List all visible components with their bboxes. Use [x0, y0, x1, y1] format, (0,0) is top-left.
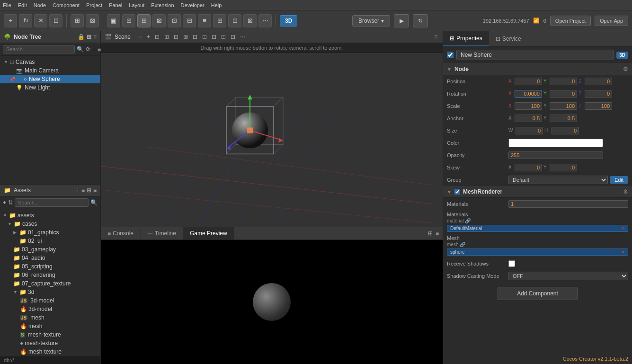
menu-icon[interactable]: ≡ — [93, 34, 97, 40]
skew-y-input[interactable] — [550, 164, 577, 171]
assets-menu-icon[interactable]: ≡ — [93, 187, 97, 194]
asset-07-capture[interactable]: 📁 07_capture_texture — [0, 279, 100, 288]
view-btn-1[interactable]: ⊟ — [172, 33, 180, 41]
browser-button[interactable]: Browser ▾ — [352, 15, 390, 27]
grid-btn[interactable]: ⊞ — [163, 33, 170, 41]
zoom-out-btn[interactable]: − — [137, 33, 143, 41]
menu-edit[interactable]: Edit — [18, 2, 27, 8]
node-section-gear[interactable]: ⚙ — [623, 66, 628, 72]
asset-02-ui[interactable]: 📁 02_ui — [0, 237, 100, 245]
group-select[interactable]: Default — [508, 176, 608, 184]
tab-properties[interactable]: ⊞ Properties — [443, 31, 489, 46]
tool-btn-4[interactable]: ⊟ — [122, 14, 135, 27]
zoom-fit-btn[interactable]: ⊡ — [153, 33, 161, 41]
tree-item-new-sphere[interactable]: 📌 ○ New Sphere — [0, 75, 100, 83]
open-project-button[interactable]: Open Project — [550, 16, 591, 26]
game-preview-area[interactable] — [101, 240, 443, 364]
tab-timeline[interactable]: ⋯ Timeline — [141, 227, 183, 240]
asset-05-scripting[interactable]: 📁 05_scripting — [0, 262, 100, 271]
tool-btn-11[interactable]: ⊡ — [228, 14, 241, 27]
materials-count-input[interactable] — [508, 200, 628, 208]
asset-mesh-texture-s[interactable]: S mesh-texture — [0, 330, 100, 339]
tab-service[interactable]: ⊡ Service — [489, 31, 528, 46]
tool-btn-10[interactable]: ⊞ — [213, 14, 226, 27]
expand-icon[interactable]: ⊞ — [87, 34, 91, 40]
add-node-button[interactable]: + — [4, 14, 17, 27]
add-component-button[interactable]: Add Component — [498, 287, 578, 300]
assets-search-input[interactable] — [15, 198, 89, 207]
node-name-input[interactable] — [456, 50, 614, 60]
zoom-in-btn[interactable]: + — [145, 33, 151, 41]
view-btn-2[interactable]: ⊠ — [182, 33, 189, 41]
close-button[interactable]: ✕ — [34, 14, 47, 27]
tab-game-preview[interactable]: Game Preview — [183, 227, 234, 240]
assets-add-btn[interactable]: + — [3, 199, 6, 206]
open-app-button[interactable]: Open App — [595, 16, 628, 26]
meshrenderer-section-header[interactable]: ▼ MeshRenderer ⚙ — [443, 186, 632, 198]
view-btn-4[interactable]: ⊡ — [201, 33, 208, 41]
tool-btn-6[interactable]: ⊠ — [152, 14, 166, 27]
position-x-input[interactable] — [515, 78, 542, 85]
menu-developer[interactable]: Developer — [181, 2, 205, 8]
shadow-casting-select[interactable]: OFF ON — [508, 272, 628, 280]
tool-btn-8[interactable]: ⊟ — [183, 14, 196, 27]
filter-icon[interactable]: ⟳ — [86, 46, 90, 53]
mode-3d-button[interactable]: 3D — [280, 15, 297, 27]
meshrenderer-enabled[interactable] — [454, 189, 460, 195]
color-swatch[interactable] — [508, 139, 603, 147]
tree-item-main-camera[interactable]: 📷 Main Camera — [0, 66, 100, 75]
asset-mesh-texture-fire[interactable]: 🔥 mesh-texture — [0, 347, 100, 356]
size-h-input[interactable] — [552, 127, 579, 134]
receive-shadows-checkbox[interactable] — [508, 260, 515, 267]
view-btn-6[interactable]: ⊡ — [220, 33, 227, 41]
asset-assets[interactable]: ▼ 📁 assets — [0, 211, 100, 220]
assets-search-icon[interactable]: 🔍 — [90, 199, 98, 206]
scale-y-input[interactable] — [550, 102, 577, 110]
asset-mesh-fire[interactable]: 🔥 mesh — [0, 322, 100, 330]
anchor-y-input[interactable] — [550, 115, 577, 122]
add-icon[interactable]: + — [92, 46, 96, 53]
menu-node[interactable]: Node — [34, 2, 46, 8]
tree-item-new-light[interactable]: 💡 New Light — [0, 83, 100, 92]
tool-btn-7[interactable]: ⊡ — [168, 14, 181, 27]
material-remove-btn[interactable]: ✕ — [621, 226, 625, 231]
refresh-play-button[interactable]: ↻ — [413, 14, 428, 27]
menu-project[interactable]: Project — [86, 2, 102, 8]
tool-btn-5[interactable]: ⊞ — [137, 14, 151, 27]
assets-add-icon[interactable]: + — [76, 187, 80, 194]
view-btn-8[interactable]: ⋯ — [239, 33, 247, 41]
anchor-x-input[interactable] — [515, 115, 542, 122]
tree-item-canvas[interactable]: ▼ □ Canvas — [0, 58, 100, 66]
asset-03-gameplay[interactable]: 📁 03_gameplay — [0, 245, 100, 254]
menu-layout[interactable]: Layout — [129, 2, 144, 8]
rotation-y-input[interactable] — [550, 90, 577, 98]
asset-3d[interactable]: ▼ 📁 3d — [0, 288, 100, 296]
more-icon[interactable]: ≡ — [98, 46, 101, 53]
scene-close-icon[interactable]: ≡ — [433, 33, 439, 41]
node-search-input[interactable] — [3, 45, 75, 53]
menu-component[interactable]: Component — [53, 2, 80, 8]
view-btn-3[interactable]: ⊡ — [191, 33, 199, 41]
tab-console[interactable]: ≡ Console — [101, 227, 141, 240]
rotation-x-input[interactable] — [515, 90, 542, 98]
rect-tool[interactable]: ▣ — [107, 14, 120, 27]
position-y-input[interactable] — [550, 78, 577, 85]
search-icon[interactable]: 🔍 — [77, 46, 84, 53]
asset-06-rendering[interactable]: 📁 06_rendering — [0, 271, 100, 279]
menu-extension[interactable]: Extension — [151, 2, 174, 8]
node-section-header[interactable]: ▼ Node ⚙ — [443, 63, 632, 75]
screenshot-button[interactable]: ⊡ — [49, 14, 62, 27]
asset-04-audio[interactable]: 📁 04_audio — [0, 254, 100, 262]
play-button[interactable]: ▶ — [394, 14, 409, 27]
asset-3d-model-js[interactable]: JS 3d-model — [0, 296, 100, 305]
scene-view[interactable]: Drag with right mouse button to rotate c… — [101, 43, 443, 227]
menu-help[interactable]: Help — [211, 2, 222, 8]
move-tool[interactable]: ⊞ — [71, 14, 84, 27]
rotation-z-input[interactable] — [585, 90, 612, 98]
menu-file[interactable]: File — [3, 2, 11, 8]
view-btn-5[interactable]: ⊡ — [210, 33, 218, 41]
material-tag[interactable]: DefaultMaterial ✕ — [447, 225, 628, 232]
asset-3d-model-fire[interactable]: 🔥 3d-model — [0, 305, 100, 313]
tab-menu-icon[interactable]: ≡ — [436, 230, 439, 237]
assets-expand-icon[interactable]: ⊞ — [87, 187, 91, 194]
